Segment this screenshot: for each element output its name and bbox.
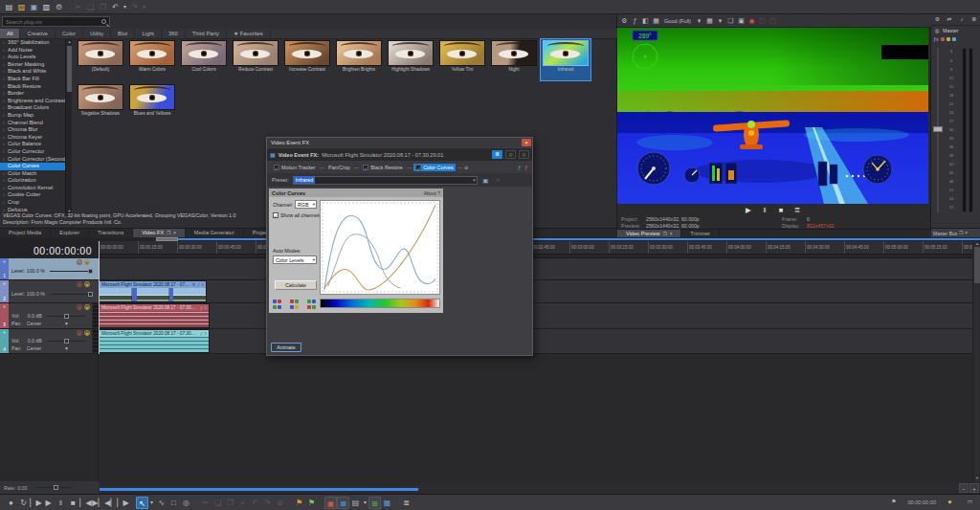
open-project-button[interactable]: ▨ <box>15 1 28 13</box>
video-output-fx-button[interactable]: ƒ <box>630 15 640 26</box>
pause-button[interactable]: ‖ <box>55 497 67 509</box>
fx-category-tab[interactable]: All <box>0 29 20 38</box>
favorite-star-icon[interactable]: ☆ <box>2 47 6 55</box>
next-frame-button[interactable]: ▏▶ <box>117 497 129 509</box>
favorite-star-icon[interactable]: ☆ <box>2 104 6 112</box>
favorite-star-icon[interactable]: ☆ <box>2 54 6 61</box>
plugin-list-item[interactable]: ☆Bézier Masking <box>0 61 65 69</box>
mute-track-button[interactable]: ⊘ <box>77 330 82 336</box>
close-window-icon[interactable]: × <box>965 231 968 235</box>
paste-button[interactable]: ❐ <box>224 497 236 509</box>
auto-ripple-button[interactable]: ▣ <box>324 497 337 509</box>
keyframe-icon[interactable]: ◆ <box>944 496 956 508</box>
redo-button[interactable]: ↷ <box>261 497 274 509</box>
channel-view-buttons[interactable] <box>307 299 320 309</box>
preset-input[interactable]: Infrared ▾ <box>293 176 478 185</box>
favorite-star-icon[interactable]: ☆ <box>2 141 6 148</box>
preview-menu-button[interactable]: ≣ <box>792 206 802 215</box>
track-header-1[interactable]: ≡1 ⊘◉ Level:100.0 % <box>0 258 99 280</box>
loop-region-button[interactable]: ▢ <box>757 15 768 26</box>
fx-chain-item[interactable]: Pan/Crop <box>326 164 352 171</box>
master-fx-button[interactable]: ƒx <box>933 36 939 42</box>
dock-tab[interactable]: Media Generator❐× <box>186 229 244 237</box>
zoom-tool-button[interactable]: ◎ <box>180 497 192 509</box>
redo-button[interactable]: ↷ <box>128 1 141 13</box>
volume-slider[interactable] <box>47 341 86 342</box>
dim-button[interactable] <box>952 37 956 41</box>
copy-button[interactable]: ❏ <box>212 497 224 509</box>
event-menu-icon[interactable]: ≡ <box>205 305 207 310</box>
curve-editor[interactable] <box>320 200 440 295</box>
plugin-list-item[interactable]: ☆Channel Blend <box>0 120 65 127</box>
plugin-list-item[interactable]: ☆Bump Map <box>0 112 65 120</box>
zoom-in-button[interactable]: + <box>969 483 979 493</box>
event-pan-crop-icon[interactable]: ⊡ <box>192 282 196 287</box>
channel-view-buttons[interactable] <box>290 299 302 309</box>
track-lane-4[interactable]: Microsoft Flight Simulator 2020.08.17 - … <box>99 329 972 354</box>
plugin-list-item[interactable]: ☆Broadcast Colors <box>0 104 65 112</box>
favorite-star-icon[interactable]: ☆ <box>2 199 6 207</box>
float-window-icon[interactable]: ❐ <box>167 229 170 237</box>
fx-preset-thumbnail[interactable]: Reduce Contrast <box>231 39 280 80</box>
slider-thumb[interactable] <box>64 339 69 344</box>
plugin-list-item[interactable]: ☆Black Restore <box>0 83 65 91</box>
plugin-search-box[interactable] <box>2 16 110 27</box>
fx-enabled-checkbox[interactable]: ✓ <box>415 165 421 170</box>
favorite-star-icon[interactable]: ☆ <box>2 163 6 170</box>
fx-preset-thumbnail[interactable]: Increase Contrast <box>282 39 332 80</box>
track-color-strip[interactable]: ≡3 <box>0 303 9 328</box>
level-slider[interactable] <box>50 271 93 272</box>
favorite-star-icon[interactable]: ☆ <box>2 185 6 192</box>
master-settings-gear[interactable]: ⚙ <box>933 15 942 24</box>
hscroll-thumb[interactable] <box>100 488 418 491</box>
dock-tab[interactable]: Video Preview❐× <box>617 230 681 237</box>
vscroll-thumb[interactable] <box>974 247 980 283</box>
dock-tab[interactable]: Project Media❐× <box>0 229 51 237</box>
fx-preset-thumbnail[interactable]: Yellow Tint <box>437 39 487 80</box>
volume-slider[interactable] <box>47 316 86 317</box>
fit-project-icon[interactable]: ▭ <box>964 496 976 508</box>
lock-envelopes-button[interactable]: ⊠ <box>337 497 349 509</box>
render-as-button[interactable]: ▥ <box>40 1 53 13</box>
favorite-star-icon[interactable]: ☆ <box>2 134 6 142</box>
show-all-channels-checkbox[interactable]: ✓Show all channels <box>273 212 322 218</box>
record-button[interactable]: ◉ <box>746 15 757 26</box>
plugin-list-item[interactable]: ☆Chroma Keyer <box>0 134 65 142</box>
save-project-button[interactable]: ▣ <box>28 1 40 13</box>
pan-thumb[interactable]: ▼ <box>64 321 69 326</box>
favorite-star-icon[interactable]: ☆ <box>2 76 6 83</box>
preset-dropdown-arrow[interactable]: ▾ <box>473 177 477 183</box>
track-lane-3[interactable]: Microsoft Flight Simulator 2020.08.17 - … <box>99 303 972 329</box>
copy-snapshot-button[interactable]: ❏ <box>725 15 736 26</box>
stop-button[interactable]: ■ <box>67 497 79 509</box>
mute-button[interactable] <box>941 37 945 41</box>
scroll-down-arrow[interactable]: ▼ <box>973 476 980 481</box>
favorite-star-icon[interactable]: ☆ <box>2 120 6 127</box>
play-button[interactable]: ▶ <box>42 497 55 509</box>
fx-preset-thumbnail[interactable]: Cool Colors <box>179 39 229 80</box>
project-properties-button[interactable]: ⚙ <box>53 1 65 13</box>
favorite-star-icon[interactable]: ☆ <box>2 170 6 178</box>
plugin-list-item[interactable]: ☆360° Stabilization <box>0 39 65 47</box>
delete-preset-button[interactable]: × <box>494 174 502 187</box>
plugin-list-item[interactable]: ☆Brightness and Contrast <box>0 98 65 105</box>
about-link[interactable]: About ? <box>424 190 443 196</box>
preview-lock-button[interactable]: ▢ <box>768 15 778 26</box>
plugin-chain-button[interactable]: ≣ <box>492 150 502 159</box>
plugin-list-item[interactable]: ☆Border <box>0 90 65 98</box>
favorite-star-icon[interactable]: ☆ <box>2 112 6 120</box>
event-menu-icon[interactable]: ≡ <box>202 282 204 287</box>
undo-button[interactable]: ↶ <box>109 1 122 13</box>
slider-thumb[interactable] <box>88 292 93 297</box>
downmix-output-button[interactable]: ⇄ <box>946 15 954 24</box>
rate-slider-thumb[interactable] <box>54 485 58 490</box>
solo-track-button[interactable]: ◉ <box>84 281 90 287</box>
preview-quality-label[interactable]: Good (Full) <box>661 18 694 24</box>
mixer-button[interactable]: ≣ <box>400 497 412 509</box>
fx-enabled-checkbox[interactable]: ✓ <box>363 165 368 170</box>
track-color-strip[interactable]: ≡1 <box>0 258 9 279</box>
track-header-4[interactable]: ≡4 ⊘◉ Vol:0.0 dB Pan:Center▼ <box>0 329 99 354</box>
loop-playback-button[interactable]: ↻ <box>17 497 30 509</box>
edit-tool-button[interactable]: ↖ <box>136 497 148 509</box>
audio-event-clip[interactable]: Microsoft Flight Simulator 2020.08.17 - … <box>99 303 210 328</box>
